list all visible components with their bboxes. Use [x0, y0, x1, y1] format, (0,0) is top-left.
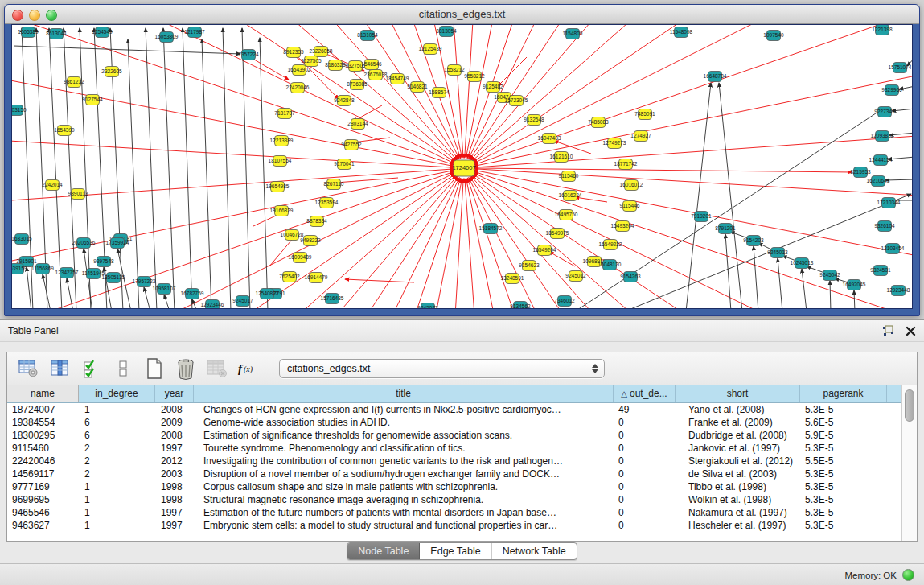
network-node[interactable]: 23676038 [364, 70, 388, 80]
table-cell[interactable]: 1 [79, 506, 155, 519]
network-node[interactable]: 18454749 [386, 74, 409, 84]
window-titlebar[interactable]: citations_edges.txt [5, 5, 919, 24]
table-cell[interactable]: 1997 [155, 442, 194, 455]
network-node[interactable]: 9154623 [519, 261, 540, 271]
network-node[interactable]: 7346012 [554, 296, 575, 307]
table-cell[interactable]: 6 [79, 416, 155, 429]
network-node[interactable]: 16016012 [620, 180, 643, 191]
table-cell[interactable]: 19384554 [7, 416, 79, 429]
network-node[interactable]: 9890113 [68, 189, 88, 200]
table-cell[interactable]: 0 [614, 493, 676, 506]
table-cell[interactable]: Dudbridge et al. (2008) [676, 429, 800, 442]
network-node[interactable]: 15184572 [479, 224, 503, 234]
function-builder-button[interactable]: f (x) [236, 356, 261, 381]
tab-edge-table[interactable]: Edge Table [420, 543, 491, 559]
float-panel-button[interactable] [882, 325, 894, 336]
table-row[interactable]: 911546021997Tourette syndrome. Phenomeno… [7, 442, 902, 455]
network-view[interactable]: 1605389861304412545491605380912179877357… [11, 24, 913, 309]
network-node[interactable]: 9115460 [559, 171, 579, 182]
network-node[interactable]: 2242014 [42, 180, 63, 191]
table-cell[interactable]: Yano et al. (2008) [676, 403, 800, 416]
network-node[interactable]: 1605389 [18, 27, 39, 38]
network-node[interactable]: 1558212 [444, 65, 465, 76]
network-node[interactable]: 15716485 [321, 294, 344, 304]
network-node[interactable]: 9227343 [874, 107, 895, 117]
table-cell[interactable]: 0 [614, 480, 676, 493]
table-cell[interactable]: 1998 [155, 480, 194, 493]
table-cell[interactable]: 1 [79, 480, 155, 493]
network-node[interactable]: 12093832 [871, 131, 894, 142]
table-cell[interactable]: 9465546 [7, 506, 79, 519]
table-cell[interactable]: 2012 [155, 455, 194, 468]
table-cell[interactable]: 0 [614, 506, 676, 519]
table-cell[interactable]: 2008 [155, 403, 194, 416]
table-cell[interactable]: Structural magnetic resonance image aver… [194, 493, 614, 506]
table-cell[interactable]: Genome-wide association studies in ADHD. [194, 416, 614, 429]
table-cell[interactable]: 6 [79, 429, 155, 442]
table-cell[interactable]: 0 [614, 416, 676, 429]
table-cell[interactable]: 2003 [155, 468, 194, 480]
table-cell[interactable]: 1 [79, 403, 155, 416]
network-node[interactable]: 19654985 [266, 182, 290, 192]
network-node[interactable]: 7919201 [691, 212, 712, 222]
network-node[interactable]: 8736085 [347, 80, 368, 90]
column-visibility-button[interactable] [48, 356, 72, 381]
table-row[interactable]: 969969511998Structural magnetic resonanc… [7, 493, 902, 506]
table-cell[interactable]: de Silva et al. (2003) [676, 468, 800, 480]
network-node[interactable]: 9245013 [767, 248, 788, 258]
network-node[interactable]: 9397548 [93, 257, 114, 267]
table-cell[interactable]: Embryonic stem cells: a model to study s… [194, 519, 614, 532]
network-node[interactable]: 20206536 [72, 238, 96, 249]
network-node[interactable]: 9170041 [334, 159, 355, 170]
network-node[interactable]: 9245012 [565, 271, 586, 282]
network-node[interactable]: 8131054 [357, 31, 378, 41]
table-cell[interactable]: Estimation of significance thresholds fo… [194, 429, 614, 442]
network-node[interactable]: 16210643 [867, 176, 890, 187]
table-row[interactable]: 1456911722003Disruption of a novel membe… [7, 468, 902, 480]
table-cell[interactable]: 1998 [155, 493, 194, 506]
table-cell[interactable]: Nakamura et al. (1997) [676, 506, 800, 519]
table-row[interactable]: 977716911998Corpus callosum shape and si… [7, 480, 902, 493]
network-node[interactable]: 16782759 [181, 289, 204, 299]
network-canvas[interactable]: 1605389861304412545491605380912179877357… [12, 25, 912, 309]
tab-network-table[interactable]: Network Table [492, 543, 577, 559]
table-cell[interactable]: 2 [79, 468, 155, 480]
select-all-button[interactable] [80, 356, 104, 381]
table-cell[interactable]: 5.3E-5 [800, 493, 887, 506]
network-node[interactable]: 16099489 [289, 253, 312, 263]
table-row[interactable]: 2242004622012Investigating the contribut… [7, 455, 902, 468]
table-cell[interactable]: 9463627 [7, 519, 79, 532]
table-cell[interactable]: Investigating the contribution of common… [194, 455, 614, 468]
network-node[interactable]: 11548098 [670, 27, 693, 38]
table-select-combo[interactable]: citations_edges.txt [279, 359, 605, 378]
network-node[interactable]: 1154809 [563, 29, 583, 39]
table-mode-button[interactable] [17, 356, 41, 381]
table-cell[interactable]: 5.3E-5 [800, 468, 887, 480]
network-node[interactable]: 8267110 [324, 179, 344, 190]
table-row[interactable]: 946362711997Embryonic stem cells: a mode… [7, 519, 902, 532]
network-node[interactable]: 9132548 [524, 115, 544, 126]
network-node[interactable]: 1274927 [630, 131, 651, 142]
network-node[interactable]: 9125482 [483, 82, 503, 93]
table-cell[interactable]: 5.3E-5 [800, 519, 887, 532]
minimize-window-button[interactable] [29, 10, 40, 21]
table-cell[interactable]: Disruption of a novel member of a sodium… [194, 468, 614, 480]
close-window-button[interactable] [12, 10, 23, 21]
network-node[interactable]: 15723045 [505, 96, 528, 106]
table-cell[interactable]: Jankovic et al. (1997) [676, 442, 800, 455]
network-node[interactable]: 1254549 [92, 27, 113, 38]
column-header-out_de[interactable]: △out_de... [614, 385, 676, 402]
table-cell[interactable]: 5.3E-5 [800, 403, 887, 416]
close-panel-button[interactable] [906, 326, 916, 336]
network-node[interactable]: 2603150 [12, 105, 27, 116]
network-node[interactable]: 12353594 [315, 198, 339, 208]
table-cell[interactable]: 9777169 [7, 480, 79, 493]
table-cell[interactable]: 1 [79, 493, 155, 506]
network-node[interactable]: 16016224 [559, 191, 582, 201]
network-node[interactable]: 16648784 [704, 72, 727, 82]
unselect-all-button[interactable] [111, 356, 135, 381]
table-row[interactable]: 946554611997Estimation of the future num… [7, 506, 902, 519]
network-node[interactable]: 16543902 [288, 65, 311, 76]
network-node[interactable]: 1097540 [763, 31, 784, 41]
table-cell[interactable]: 1 [79, 519, 155, 532]
